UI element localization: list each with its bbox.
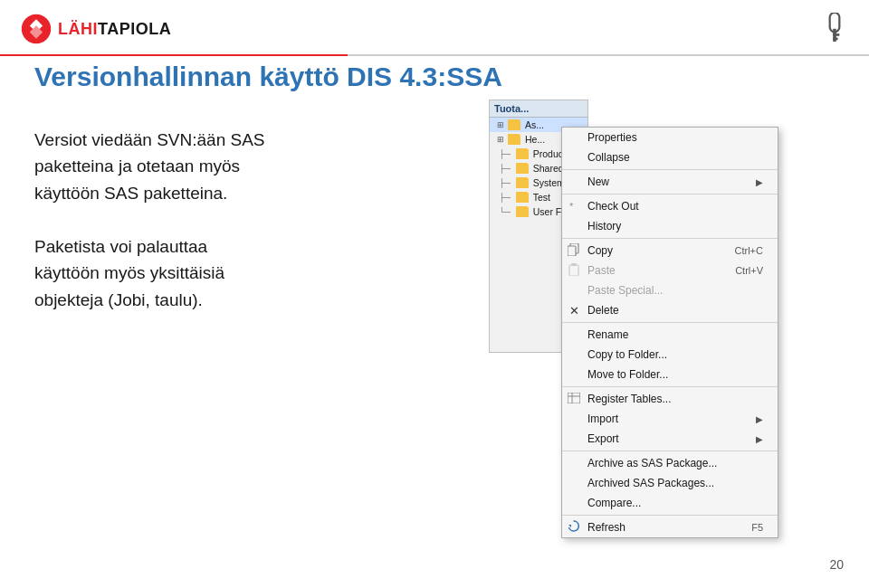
svg-rect-8 [571, 263, 577, 266]
menu-item-paste[interactable]: Paste Ctrl+V [562, 261, 778, 280]
logo: LÄHITAPIOLA [20, 13, 171, 45]
lahitapiola-logo-icon [20, 13, 53, 45]
top-rule [0, 54, 869, 56]
menu-separator [562, 450, 778, 451]
menu-separator [562, 194, 778, 194]
context-menu-area: Tuota... ⊞ As... ⊞ He... ├─ Products ├─ … [489, 100, 842, 488]
svg-rect-6 [568, 246, 576, 256]
menu-item-copy[interactable]: Copy Ctrl+C [562, 241, 778, 261]
menu-item-properties[interactable]: Properties [562, 128, 778, 147]
key-icon [820, 13, 849, 42]
menu-separator [562, 515, 778, 516]
menu-item-paste-special[interactable]: Paste Special... [562, 280, 778, 300]
menu-separator [562, 386, 778, 387]
svg-rect-4 [833, 38, 837, 41]
svg-rect-9 [568, 393, 580, 403]
menu-item-import[interactable]: Import ▶ [562, 409, 778, 429]
menu-separator [562, 238, 778, 239]
menu-item-archive-sas[interactable]: Archive as SAS Package... [562, 453, 778, 473]
menu-item-refresh[interactable]: Refresh F5 [562, 517, 778, 537]
svg-marker-12 [568, 525, 571, 527]
menu-item-copy-to-folder[interactable]: Copy to Folder... [562, 345, 778, 365]
page-number: 20 [829, 557, 844, 572]
menu-item-rename[interactable]: Rename [562, 325, 778, 345]
page-title: Versionhallinnan käyttö DIS 4.3:SSA [34, 62, 502, 92]
menu-item-checkout[interactable]: * Check Out [562, 196, 778, 216]
body-text: Versiot viedään SVN:ään SAS paketteina j… [34, 127, 265, 313]
menu-item-archived-sas[interactable]: Archived SAS Packages... [562, 473, 778, 493]
svg-rect-3 [833, 33, 839, 36]
menu-item-collapse[interactable]: Collapse [562, 147, 778, 167]
context-menu[interactable]: Properties Collapse New ▶ * Check Out Hi… [561, 127, 778, 538]
tree-panel-header: Tuota... [490, 100, 587, 118]
menu-item-register-tables[interactable]: Register Tables... [562, 389, 778, 409]
menu-item-move-to-folder[interactable]: Move to Folder... [562, 365, 778, 384]
svg-rect-7 [569, 265, 578, 276]
menu-item-export[interactable]: Export ▶ [562, 429, 778, 449]
menu-separator [562, 169, 778, 170]
menu-item-new[interactable]: New ▶ [562, 172, 778, 192]
logo-text: LÄHITAPIOLA [58, 20, 171, 39]
menu-item-compare[interactable]: Compare... [562, 493, 778, 513]
menu-item-delete[interactable]: ✕ Delete [562, 300, 778, 320]
menu-item-history[interactable]: History [562, 216, 778, 236]
menu-separator [562, 322, 778, 323]
